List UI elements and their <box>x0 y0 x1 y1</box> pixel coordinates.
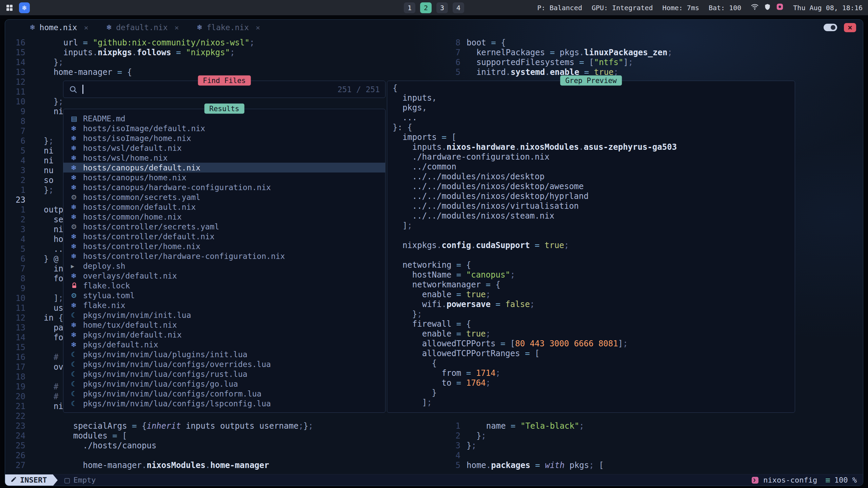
code-text: # <box>25 392 58 402</box>
workspace-button-3[interactable]: 3 <box>436 2 448 13</box>
result-item[interactable]: ⚙stylua.toml <box>63 290 385 300</box>
result-item[interactable]: ❄overlays/default.nix <box>63 271 385 281</box>
code-line: 23 specialArgs = {inherit inputs outputs… <box>5 421 440 431</box>
editor-area[interactable]: 16 url = "github:nix-community/nixos-wsl… <box>5 35 863 474</box>
code-line: 26 <box>5 451 440 461</box>
tab-close-icon[interactable]: × <box>256 23 260 32</box>
workspace-button-2[interactable]: 2 <box>420 2 432 13</box>
nix-icon: ❄ <box>71 341 83 349</box>
code-text: in <box>25 264 63 274</box>
topbar-left: ❄ <box>5 2 30 13</box>
project-name: nixos-config <box>763 476 817 484</box>
nix-file-icon: ❄ <box>106 23 112 32</box>
tab-label: flake.nix <box>206 23 249 32</box>
result-item[interactable]: ❄pkgs/nvim/default.nix <box>63 330 385 340</box>
result-item[interactable]: ❄hosts/isoImage/home.nix <box>63 133 385 143</box>
lines-icon: ≡ <box>825 475 830 485</box>
pink-indicator-icon[interactable] <box>776 3 784 12</box>
nix-icon: ❄ <box>71 252 83 260</box>
result-item[interactable]: ❄hosts/canopus/home.nix <box>63 172 385 182</box>
line-number: 21 <box>5 402 25 411</box>
result-item[interactable]: ❄hosts/canopus/default.nix <box>63 163 385 172</box>
result-item[interactable]: ⚙hosts/controller/secrets.yaml <box>63 222 385 231</box>
code-text: .. <box>25 244 63 254</box>
result-item[interactable]: ▤README.md <box>63 114 385 123</box>
result-item[interactable]: ❄hosts/controller/hardware-configuration… <box>63 251 385 261</box>
result-item[interactable]: ☾pkgs/nvim/nvim/lua/configs/lspconfig.lu… <box>63 399 385 408</box>
nix-icon: ❄ <box>71 321 83 329</box>
nix-icon: ❄ <box>71 134 83 142</box>
tab-home.nix[interactable]: ❄home.nix× <box>29 23 88 32</box>
preview-line: pkgs, <box>393 103 795 113</box>
line-number: 6 <box>5 254 25 264</box>
tab-close-icon[interactable]: × <box>84 23 88 32</box>
preview-line: wifi.powersave = false; <box>393 300 795 309</box>
code-text: }; <box>25 136 54 146</box>
toml-icon: ⚙ <box>71 291 83 300</box>
result-label: hosts/wsl/home.nix <box>83 154 167 162</box>
launcher-badge[interactable]: ❄ <box>19 2 30 13</box>
workspace-button-1[interactable]: 1 <box>404 2 415 13</box>
nix-icon: ❄ <box>71 213 83 221</box>
result-item[interactable]: ❄hosts/controller/default.nix <box>63 231 385 241</box>
result-item[interactable]: ❄hosts/canopus/hardware-configuration.ni… <box>63 182 385 192</box>
result-item[interactable]: ▸deploy.sh <box>63 261 385 271</box>
result-label: flake.lock <box>83 281 130 290</box>
code-text: fo <box>25 274 63 284</box>
result-item[interactable]: ❄hosts/isoImage/default.nix <box>63 123 385 133</box>
editor-window: ❄home.nix×❄default.nix×❄flake.nix× × 16 … <box>5 19 863 486</box>
toggle-button[interactable] <box>824 24 837 31</box>
result-item[interactable]: ❄hosts/common/home.nix <box>63 212 385 222</box>
clock-module[interactable]: Thu Aug 08, 18:16 <box>793 4 863 12</box>
code-line: 14 }; <box>5 58 440 67</box>
buffer-label: Empty <box>73 476 96 484</box>
result-item[interactable]: ❄flake.nix <box>63 300 385 310</box>
nix-icon: ❄ <box>71 144 83 152</box>
lua-icon: ☾ <box>71 350 83 359</box>
preview-line: ]; <box>393 398 795 408</box>
nix-icon: ❄ <box>71 301 83 309</box>
tabline: ❄home.nix×❄default.nix×❄flake.nix× × <box>5 20 863 35</box>
apps-grid-icon[interactable] <box>5 4 14 12</box>
result-label: hosts/isoImage/default.nix <box>83 124 205 133</box>
result-item[interactable]: ❄hosts/controller/home.nix <box>63 241 385 251</box>
code-text: }; <box>460 441 476 451</box>
preview-line: }; <box>393 309 795 319</box>
result-label: hosts/controller/default.nix <box>83 232 215 241</box>
wifi-icon[interactable] <box>751 3 759 13</box>
code-line: 8boot = { <box>440 38 863 48</box>
result-item[interactable]: ☾pkgs/nvim/nvim/lua/configs/conform.lua <box>63 389 385 399</box>
result-item[interactable]: ☾pkgs/nvim/nvim/lua/configs/overrides.lu… <box>63 359 385 369</box>
code-text: home.packages = with pkgs; [ <box>460 461 604 470</box>
tab-flake.nix[interactable]: ❄flake.nix× <box>197 23 260 32</box>
code-line: 3}; <box>440 441 863 451</box>
nix-file-icon: ❄ <box>197 23 203 32</box>
result-label: pkgs/nvim/nvim/init.lua <box>83 311 191 320</box>
result-label: hosts/common/default.nix <box>83 203 196 211</box>
pencil-icon <box>11 476 17 484</box>
result-item[interactable]: ❄pkgs/default.nix <box>63 340 385 349</box>
result-item[interactable]: ☾pkgs/nvim/nvim/lua/configs/rust.lua <box>63 369 385 379</box>
shield-icon[interactable] <box>764 3 771 12</box>
code-text: name = "Tela-black"; <box>460 421 584 431</box>
tab-default.nix[interactable]: ❄default.nix× <box>106 23 179 32</box>
result-item[interactable]: ❄hosts/common/default.nix <box>63 202 385 212</box>
code-line: 1 name = "Tela-black"; <box>440 421 863 431</box>
result-item[interactable]: flake.lock <box>63 281 385 290</box>
tab-close-icon[interactable]: × <box>175 23 179 32</box>
nix-icon: ❄ <box>71 124 83 133</box>
workspace-button-4[interactable]: 4 <box>453 2 464 13</box>
code-text <box>25 87 44 97</box>
code-text: } @ <box>25 254 58 264</box>
result-item[interactable]: ☾pkgs/nvim/nvim/init.lua <box>63 310 385 320</box>
result-item[interactable]: ☾pkgs/nvim/nvim/lua/configs/go.lua <box>63 379 385 389</box>
results-list[interactable]: ▤README.md❄hosts/isoImage/default.nix❄ho… <box>63 109 385 412</box>
line-number: 26 <box>5 451 25 461</box>
code-text: url = "github:nix-community/nixos-wsl"; <box>25 38 254 48</box>
result-item[interactable]: ❄home/tux/default.nix <box>63 320 385 330</box>
window-close-button[interactable]: × <box>844 23 856 32</box>
result-item[interactable]: ☾pkgs/nvim/nvim/lua/plugins/init.lua <box>63 349 385 359</box>
result-item[interactable]: ⚙hosts/common/secrets.yaml <box>63 192 385 202</box>
result-item[interactable]: ❄hosts/wsl/home.nix <box>63 153 385 163</box>
result-item[interactable]: ❄hosts/wsl/default.nix <box>63 143 385 153</box>
